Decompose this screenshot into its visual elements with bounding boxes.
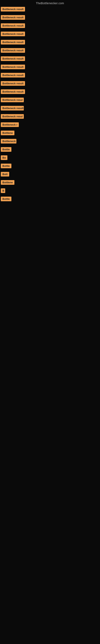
bottleneck-result-badge[interactable]: Bottleneck result: [1, 7, 25, 12]
site-title: TheBottlenecker.com: [0, 0, 100, 6]
bottleneck-row: Bottleneck result: [0, 6, 100, 14]
bottleneck-result-badge[interactable]: Bottleneck result: [1, 106, 24, 110]
bottleneck-result-badge[interactable]: Bottleneck r: [1, 122, 19, 127]
bottleneck-result-badge[interactable]: Bottleneck resul: [1, 114, 24, 119]
bottleneck-result-badge[interactable]: Bottle: [1, 196, 11, 201]
bottleneck-result-badge[interactable]: Bottleneck result: [1, 73, 25, 78]
bottleneck-result-badge[interactable]: Bottleneck result: [1, 15, 25, 20]
bottleneck-row: Bottle: [0, 162, 100, 170]
bottleneck-result-badge[interactable]: Bottleneck result: [1, 81, 25, 86]
bottleneck-row: Bottleneck result: [0, 14, 100, 22]
bottleneck-result-badge[interactable]: Bottleneck result: [1, 40, 25, 44]
bottleneck-row: Bottleneck result: [0, 105, 100, 112]
bottleneck-row: Bottleneck result: [0, 80, 100, 88]
bottleneck-row: Bottlene: [0, 179, 100, 187]
bottleneck-row: Bottleneck result: [0, 64, 100, 71]
bottleneck-row: Bott: [0, 171, 100, 178]
bottleneck-row: Bottleneck result: [0, 88, 100, 96]
bottleneck-result-badge[interactable]: B: [1, 188, 5, 193]
bottleneck-result-badge[interactable]: Bottleneck result: [1, 64, 25, 69]
bottleneck-row: Bottleneck: [0, 138, 100, 146]
bottleneck-row: Bottleneck resul: [0, 96, 100, 104]
bottleneck-result-badge[interactable]: Bottleneck result: [1, 32, 25, 36]
bottleneck-row: Bottleneck r: [0, 121, 100, 129]
bottleneck-row: Bottleneck result: [0, 22, 100, 30]
bottleneck-result-badge[interactable]: Bo: [1, 155, 7, 160]
bottleneck-result-badge[interactable]: Bottleneck result: [1, 56, 25, 61]
bottleneck-row: Bottleneck result: [0, 55, 100, 63]
bottleneck-result-badge[interactable]: Bottle: [1, 164, 11, 168]
bottleneck-row: Bottleneck result: [0, 72, 100, 80]
bottleneck-result-badge[interactable]: Bottlene: [1, 130, 14, 135]
bottleneck-row: Bottle: [0, 196, 100, 203]
bottleneck-row: Bo: [0, 154, 100, 162]
bottleneck-result-badge[interactable]: Bottleneck result: [1, 23, 25, 28]
bottleneck-result-badge[interactable]: Bottleneck: [1, 139, 16, 144]
bottleneck-row: Bottleneck result: [0, 39, 100, 46]
bottleneck-result-badge[interactable]: Bott: [1, 172, 9, 176]
bottleneck-row: Bottlene: [0, 130, 100, 137]
bottleneck-result-badge[interactable]: Bottleneck resul: [1, 98, 24, 102]
bottleneck-row: Bottleneck result: [0, 30, 100, 38]
bottleneck-row: B: [0, 187, 100, 195]
bottleneck-row: Bottleneck resul: [0, 113, 100, 121]
bottleneck-result-badge[interactable]: Bottleneck result: [1, 48, 25, 53]
bottleneck-row: Bottle: [0, 146, 100, 154]
bottleneck-result-badge[interactable]: Bottleneck result: [1, 89, 25, 94]
bottleneck-row: Bottleneck result: [0, 47, 100, 55]
bottleneck-result-badge[interactable]: Bottle: [1, 147, 11, 152]
bottleneck-result-badge[interactable]: Bottlene: [1, 180, 14, 185]
